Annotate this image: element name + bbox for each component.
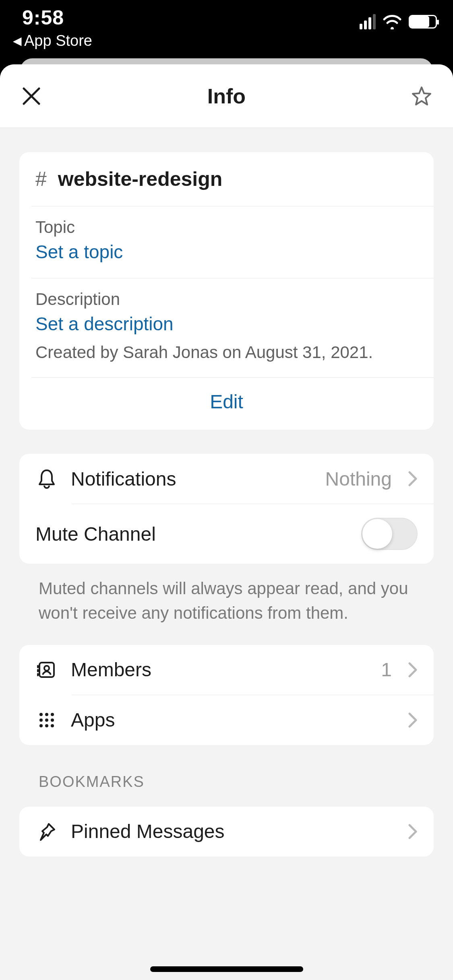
bookmarks-section-title: BOOKMARKS	[19, 745, 434, 799]
svg-point-9	[51, 713, 54, 716]
mute-toggle[interactable]	[361, 518, 418, 550]
page-title: Info	[207, 84, 246, 108]
hash-icon: #	[35, 167, 47, 191]
mute-help-text: Muted channels will always appear read, …	[19, 564, 434, 626]
bell-icon	[35, 467, 58, 490]
description-field[interactable]: Description Set a description Created by…	[19, 278, 434, 377]
members-label: Members	[71, 659, 368, 681]
chevron-right-icon	[408, 824, 418, 840]
status-icons	[360, 14, 437, 29]
status-time: 9:58	[22, 6, 64, 29]
edit-row: Edit	[19, 378, 434, 430]
mute-label: Mute Channel	[35, 523, 348, 545]
svg-point-3	[44, 666, 49, 671]
set-description-link[interactable]: Set a description	[35, 313, 418, 335]
cellular-signal-icon	[360, 14, 376, 29]
back-to-app-label: App Store	[24, 32, 92, 49]
close-icon	[21, 86, 41, 106]
nav-bar: Info	[0, 64, 453, 128]
members-icon	[35, 659, 58, 681]
apps-row[interactable]: Apps	[19, 695, 434, 745]
wifi-icon	[382, 14, 402, 29]
apps-label: Apps	[71, 709, 395, 731]
members-row[interactable]: Members 1	[19, 645, 434, 695]
chevron-right-icon	[408, 712, 418, 728]
description-label: Description	[35, 290, 418, 309]
svg-point-12	[51, 719, 54, 722]
topic-label: Topic	[35, 218, 418, 237]
svg-point-8	[45, 713, 48, 716]
mute-row: Mute Channel	[19, 504, 434, 564]
star-icon	[410, 85, 433, 107]
svg-point-14	[45, 724, 48, 727]
notifications-row[interactable]: Notifications Nothing	[19, 454, 434, 504]
status-bar: 9:58 ◀ App Store	[0, 0, 453, 52]
back-triangle-icon: ◀	[13, 34, 22, 47]
home-indicator[interactable]	[150, 966, 303, 972]
channel-info-card: # website-redesign Topic Set a topic Des…	[19, 152, 434, 430]
notifications-card: Notifications Nothing Mute Channel	[19, 454, 434, 564]
pinned-messages-label: Pinned Messages	[71, 820, 395, 842]
bookmarks-card: Pinned Messages	[19, 807, 434, 856]
notifications-value: Nothing	[325, 468, 392, 490]
svg-point-11	[45, 719, 48, 722]
notifications-label: Notifications	[71, 468, 312, 490]
svg-point-13	[39, 724, 43, 727]
svg-point-10	[39, 719, 43, 722]
toggle-thumb	[362, 519, 392, 549]
set-topic-link[interactable]: Set a topic	[35, 241, 418, 263]
svg-point-15	[51, 724, 54, 727]
pinned-messages-row[interactable]: Pinned Messages	[19, 807, 434, 856]
svg-point-7	[39, 713, 43, 716]
battery-icon	[409, 15, 437, 29]
members-apps-card: Members 1 Apps	[19, 645, 434, 745]
members-count: 1	[381, 659, 392, 681]
apps-grid-icon	[35, 709, 58, 731]
chevron-right-icon	[408, 662, 418, 678]
edit-button[interactable]: Edit	[210, 391, 243, 412]
channel-header: # website-redesign	[19, 152, 434, 206]
channel-name: website-redesign	[58, 167, 222, 191]
chevron-right-icon	[408, 471, 418, 487]
back-to-app-button[interactable]: ◀ App Store	[13, 32, 92, 49]
created-by-text: Created by Sarah Jonas on August 31, 202…	[35, 343, 418, 362]
star-button[interactable]	[410, 84, 434, 108]
info-sheet: Info # website-redesign Topic Set a topi…	[0, 64, 453, 980]
close-button[interactable]	[19, 84, 43, 108]
topic-field[interactable]: Topic Set a topic	[19, 206, 434, 278]
pin-icon	[35, 820, 58, 843]
